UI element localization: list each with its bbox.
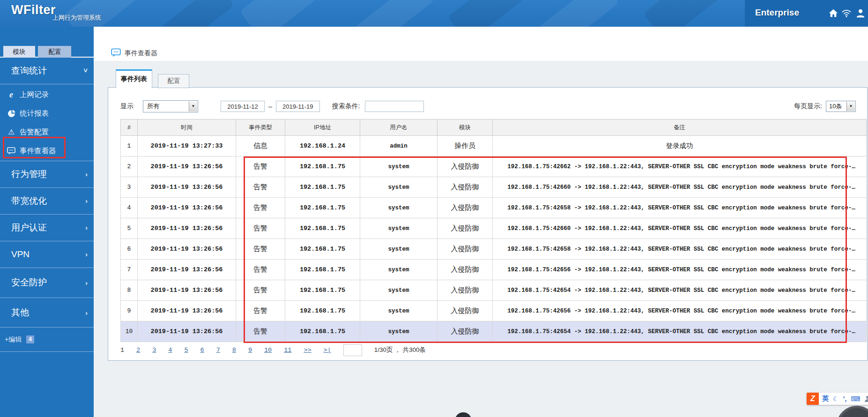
table-body: 12019-11-19 13:27:33信息192.168.1.24admin操… [121, 136, 867, 342]
events-table: #时间事件类型IP地址用户名模块备注 12019-11-19 13:27:33信… [120, 119, 867, 342]
keyboard-icon[interactable]: ⌨ [851, 395, 860, 402]
per-page-select[interactable]: 10条 ▼ [826, 101, 856, 112]
wifi-icon[interactable] [841, 8, 852, 18]
home-icon[interactable] [828, 8, 838, 18]
sidebar-section-bandwidth[interactable]: 带宽优化 › [0, 188, 94, 215]
table-row[interactable]: 62019-11-19 13:26:56告警192.168.1.75system… [121, 239, 867, 260]
cell-type: 告警 [236, 260, 285, 280]
column-header-5: 模块 [438, 119, 493, 136]
top-header: WFilter 上网行为管理系统 Enterprise [0, 0, 868, 27]
cell-user: system [360, 218, 438, 239]
sidebar-tab-config[interactable]: 配置 [38, 46, 71, 58]
sogou-logo-icon[interactable]: Z [807, 393, 819, 405]
punctuation-toggle-icon[interactable]: ’, [843, 395, 847, 402]
sidebar-section-query-stats[interactable]: 查询统计 ˅ [0, 58, 94, 84]
edit-button[interactable]: +编辑 [5, 335, 22, 344]
user-icon[interactable] [855, 8, 866, 18]
sidebar-section-behavior[interactable]: 行为管理 › [0, 161, 94, 188]
cell-time: 2019-11-19 13:26:56 [138, 177, 236, 198]
page-last[interactable]: >| [324, 347, 331, 354]
sidebar-section-security[interactable]: 安全防护 › [0, 268, 94, 298]
cell-num: 2 [121, 156, 138, 177]
page-link-10[interactable]: 10 [264, 347, 272, 354]
cell-remark: 登录成功 [493, 136, 867, 156]
ime-user-icon[interactable] [865, 396, 868, 402]
sidebar-item-alert-config[interactable]: ⚠ 告警配置 [0, 123, 94, 141]
page-link-6[interactable]: 6 [200, 347, 204, 354]
cell-num: 6 [121, 239, 138, 260]
dropdown-arrow-icon[interactable]: ▼ [189, 101, 197, 112]
sidebar-item-label: 统计报表 [20, 109, 49, 119]
date-from-input[interactable] [221, 101, 265, 112]
sidebar-edit-row: +编辑 4 [0, 328, 94, 352]
page-next-group[interactable]: >> [304, 347, 311, 354]
sidebar-tab-row: 模块 配置 [0, 46, 94, 58]
cell-module: 入侵防御 [438, 301, 493, 321]
message-bubble-icon [6, 147, 16, 155]
cell-module: 入侵防御 [438, 198, 493, 218]
sidebar-section-vpn[interactable]: VPN › [0, 241, 94, 268]
cell-module: 入侵防御 [438, 239, 493, 260]
table-row[interactable]: 82019-11-19 13:26:56告警192.168.1.75system… [121, 280, 867, 301]
page-link-4[interactable]: 4 [168, 347, 172, 354]
moon-icon[interactable]: ☾ [833, 395, 839, 402]
wfilter-app: WFilter 上网行为管理系统 Enterprise 模块 配置 查询统计 ˅… [0, 0, 868, 417]
cell-remark: 192.168.1.75:42660 -> 192.168.1.22:443, … [493, 177, 867, 198]
table-row[interactable]: 42019-11-19 13:26:56告警192.168.1.75system… [121, 198, 867, 218]
table-row[interactable]: 92019-11-19 13:26:56告警192.168.1.75system… [121, 301, 867, 321]
cell-num: 1 [121, 136, 138, 156]
table-row[interactable]: 102019-11-19 13:26:56告警192.168.1.75syste… [121, 321, 867, 342]
sidebar-section-user-auth[interactable]: 用户认证 › [0, 215, 94, 241]
alert-triangle-icon: ⚠ [6, 128, 16, 136]
cell-type: 告警 [236, 198, 285, 218]
sidebar-section-label: 安全防护 [11, 277, 47, 287]
page-link-7[interactable]: 7 [216, 347, 220, 354]
column-header-1: 时间 [138, 119, 236, 136]
table-row[interactable]: 72019-11-19 13:26:56告警192.168.1.75system… [121, 260, 867, 280]
cell-num: 7 [121, 260, 138, 280]
cell-module: 入侵防御 [438, 156, 493, 177]
ime-language-toggle[interactable]: 英 [822, 395, 829, 403]
edit-count-badge: 4 [26, 335, 34, 343]
cell-ip: 192.168.1.75 [285, 218, 360, 239]
page-info: 1/30页 ， 共300条 [374, 346, 426, 354]
sidebar-section-other[interactable]: 其他 › [0, 298, 94, 328]
cell-time: 2019-11-19 13:26:56 [138, 260, 236, 280]
sidebar-item-statistics-report[interactable]: 统计报表 [0, 104, 94, 123]
cell-module: 入侵防御 [438, 321, 493, 342]
page-link-11[interactable]: 11 [284, 347, 291, 354]
dropdown-arrow-icon[interactable]: ▼ [846, 102, 855, 111]
edition-label: Enterprise [755, 7, 799, 18]
page-link-5[interactable]: 5 [184, 347, 188, 354]
main-content: 事件查看器 事件列表 配置 显示 所有 ▼ – 搜索条 [94, 27, 868, 417]
sidebar-menu: 查询统计 ˅ e 上网记录 统计报表 ⚠ 告警配置 [0, 58, 94, 352]
ime-toolbar: Z 英 ☾ ’, ⌨ [807, 393, 868, 405]
cell-num: 8 [121, 280, 138, 301]
table-row[interactable]: 12019-11-19 13:27:33信息192.168.1.24admin操… [121, 136, 867, 156]
table-row[interactable]: 22019-11-19 13:26:56告警192.168.1.75system… [121, 156, 867, 177]
search-input[interactable] [365, 101, 424, 112]
cell-num: 4 [121, 198, 138, 218]
page-jump-input[interactable] [343, 344, 362, 356]
page-link-3[interactable]: 3 [152, 347, 156, 354]
table-row[interactable]: 32019-11-19 13:26:56告警192.168.1.75system… [121, 177, 867, 198]
cell-time: 2019-11-19 13:26:56 [138, 218, 236, 239]
sidebar-tab-modules[interactable]: 模块 [3, 46, 35, 58]
page-link-2[interactable]: 2 [136, 347, 140, 354]
cell-ip: 192.168.1.75 [285, 239, 360, 260]
sidebar-item-event-viewer[interactable]: 事件查看器 [0, 141, 94, 160]
sidebar-section-label: 其他 [11, 307, 29, 317]
page-link-8[interactable]: 8 [232, 347, 236, 354]
page-link-9[interactable]: 9 [248, 347, 252, 354]
tab-event-list[interactable]: 事件列表 [116, 69, 152, 88]
sidebar-item-web-records[interactable]: e 上网记录 [0, 85, 94, 104]
date-to-input[interactable] [276, 101, 320, 112]
event-type-select[interactable]: 所有 ▼ [143, 100, 198, 112]
sidebar: 模块 配置 查询统计 ˅ e 上网记录 统计报表 ⚠ [0, 27, 94, 417]
cell-ip: 192.168.1.75 [285, 156, 360, 177]
cell-module: 入侵防御 [438, 260, 493, 280]
table-row[interactable]: 52019-11-19 13:26:56告警192.168.1.75system… [121, 218, 867, 239]
cell-remark: 192.168.1.75:42662 -> 192.168.1.22:443, … [493, 156, 867, 177]
tab-config[interactable]: 配置 [158, 74, 189, 88]
per-page-label: 每页显示: [794, 102, 822, 111]
